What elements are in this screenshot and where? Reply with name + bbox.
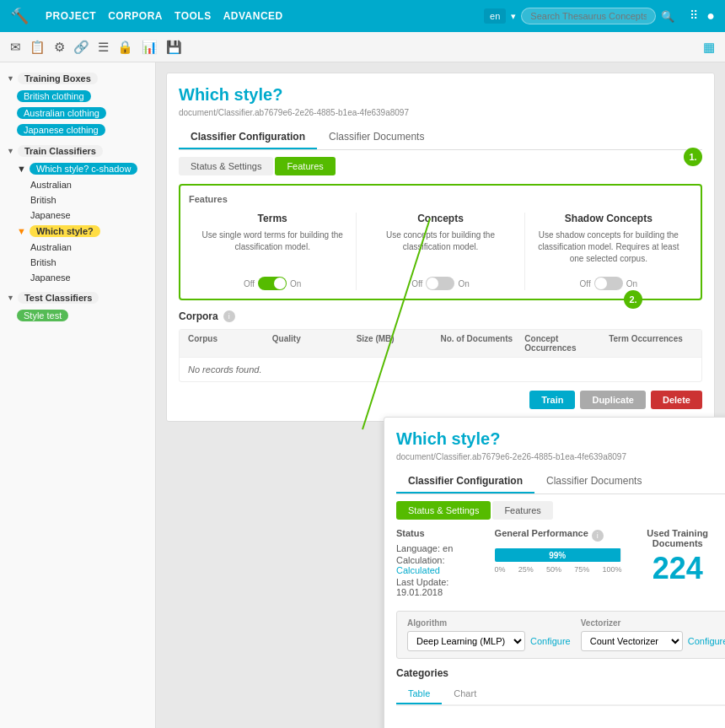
perf-bar-value: 99% <box>549 551 566 560</box>
vectorizer-select-row: Count Vectorizer TF-IDF Vectorizer Confi… <box>581 631 725 651</box>
nav-tools[interactable]: TOOLS <box>175 10 212 22</box>
calculation-link[interactable]: Calculated <box>396 565 440 575</box>
vectorizer-col-title: Vectorizer <box>581 618 725 628</box>
calculation-label: Calculation: <box>396 555 444 565</box>
japanese-clothing-badge: Japanese clothing <box>17 124 105 136</box>
panel2-tab-docs[interactable]: Classifier Documents <box>534 470 653 493</box>
which-style-arrow: ▼ <box>17 226 26 236</box>
nav-advanced[interactable]: ADVANCED <box>223 10 283 22</box>
corpora-info-icon[interactable]: i <box>223 310 235 322</box>
duplicate-button[interactable]: Duplicate <box>580 391 646 409</box>
training-boxes-arrow: ▼ <box>7 74 14 83</box>
toolbar-settings-icon[interactable]: ⚙ <box>54 40 65 55</box>
used-docs-col: Used Training Documents 224 <box>635 528 720 599</box>
panel2-subtab-status[interactable]: Status & Settings <box>396 501 491 520</box>
toolbar-lock-icon[interactable]: 🔒 <box>117 40 133 55</box>
sidebar-group-train-classifiers[interactable]: ▼ Train Classifiers <box>0 142 155 160</box>
scale-75: 75% <box>574 565 589 574</box>
sidebar-group-training-boxes[interactable]: ▼ Training Boxes <box>0 69 155 88</box>
sidebar-item-australian-clothing[interactable]: Australian clothing <box>0 105 155 121</box>
algorithm-select[interactable]: Deep Learning (MLP) SVM Naive Bayes <box>407 631 525 651</box>
gen-perf-info-icon[interactable]: i <box>592 530 604 542</box>
panel2-title: Which style? <box>396 429 725 449</box>
grid-icon[interactable]: ⠿ <box>690 8 698 24</box>
sidebar-item-japanese-cshadow[interactable]: Japanese <box>0 208 155 223</box>
panel2: Which style? document/Classifier.ab7679e… <box>384 417 725 728</box>
add-cat-row: Add Category <box>396 713 725 728</box>
train-button[interactable]: Train <box>529 391 575 409</box>
vectorizer-configure-link[interactable]: Configure <box>688 636 725 646</box>
perf-bar-outer: 99% <box>495 548 622 562</box>
toolbar-right: ▦ <box>703 40 715 55</box>
shadow-toggle-row: Off On <box>532 277 685 290</box>
scale-25: 25% <box>518 565 534 574</box>
toolbar-message-icon[interactable]: ✉ <box>10 40 21 55</box>
sidebar-item-british-clothing[interactable]: British clothing <box>0 88 155 105</box>
panel2-subtab-features[interactable]: Features <box>492 501 552 520</box>
subtab-features[interactable]: Features <box>275 157 335 175</box>
sidebar-item-japanese[interactable]: Japanese <box>0 270 155 285</box>
japanese-cshadow-label: Japanese <box>30 210 71 220</box>
lang-arrow[interactable]: ▾ <box>511 11 516 22</box>
search-icon[interactable]: 🔍 <box>661 10 674 23</box>
status-col-title: Status <box>396 528 481 538</box>
nav-corpora[interactable]: CORPORA <box>108 10 163 22</box>
sidebar-item-australian[interactable]: Australian <box>0 240 155 255</box>
tab-classifier-docs[interactable]: Classifier Documents <box>317 126 436 149</box>
nav-project[interactable]: PROJECT <box>46 10 96 22</box>
cat-tab-table[interactable]: Table <box>396 684 442 704</box>
vectorizer-select[interactable]: Count Vectorizer TF-IDF Vectorizer <box>581 631 683 651</box>
language-line: Language: en <box>396 543 481 553</box>
step2-badge: 2. <box>624 290 642 309</box>
cat-tab-chart[interactable]: Chart <box>442 684 488 704</box>
terms-toggle[interactable] <box>258 277 287 290</box>
australian-clothing-badge: Australian clothing <box>17 107 106 119</box>
shadow-toggle[interactable] <box>594 277 623 290</box>
sidebar-group-test-classifiers[interactable]: ▼ Test Classifiers <box>0 289 155 307</box>
th-corpus: Corpus <box>188 334 272 353</box>
last-update-line: Last Update: 19.01.2018 <box>396 577 481 597</box>
concepts-toggle[interactable] <box>426 277 454 290</box>
sidebar-item-japanese-clothing[interactable]: Japanese clothing <box>0 121 155 138</box>
toolbar-save-icon[interactable]: 💾 <box>166 40 182 55</box>
sidebar: ▼ Training Boxes British clothing Austra… <box>0 62 156 728</box>
features-grid: Terms Use single word terms for building… <box>189 213 692 290</box>
subtab-status-settings[interactable]: Status & Settings <box>179 157 273 175</box>
toolbar-doc-icon[interactable]: 📋 <box>30 40 46 55</box>
toolbar-panel-icon[interactable]: ▦ <box>703 40 715 54</box>
toolbar-link-icon[interactable]: 🔗 <box>73 40 89 55</box>
th-no-docs: No. of Documents <box>440 334 524 353</box>
tab-classifier-config[interactable]: Classifier Configuration <box>179 126 317 149</box>
language-selector[interactable]: en <box>484 8 506 24</box>
algo-configure-link[interactable]: Configure <box>530 636 571 646</box>
toolbar-list-icon[interactable]: ☰ <box>98 40 109 55</box>
content-area: Which style? document/Classifier.ab7679e… <box>156 62 725 728</box>
delete-button[interactable]: Delete <box>651 391 702 409</box>
sidebar-item-british-cshadow[interactable]: British <box>0 192 155 208</box>
user-icon[interactable]: ● <box>706 8 715 24</box>
panel1-tab-bar: Classifier Configuration Classifier Docu… <box>179 126 702 150</box>
toolbar: ✉ 📋 ⚙ 🔗 ☰ 🔒 📊 💾 ▦ <box>0 32 725 62</box>
australian-label: Australian <box>30 242 72 252</box>
sidebar-item-australian-cshadow[interactable]: Australian <box>0 177 155 192</box>
train-classifiers-label: Train Classifiers <box>18 145 103 157</box>
sidebar-item-british[interactable]: British <box>0 255 155 270</box>
sidebar-item-which-style-active[interactable]: ▼ Which style? <box>0 223 155 240</box>
sidebar-item-which-style-cshadow[interactable]: ▼ Which style? c-shadow <box>0 160 155 177</box>
algo-grid: Algorithm Deep Learning (MLP) SVM Naive … <box>407 618 725 651</box>
concepts-off-label: Off <box>411 279 422 289</box>
algo-col-title: Algorithm <box>407 618 571 628</box>
terms-toggle-row: Off On <box>196 277 349 290</box>
thesaurus-search-input[interactable] <box>521 8 656 24</box>
panel2-tab-config[interactable]: Classifier Configuration <box>396 470 534 493</box>
algo-col-vectorizer: Vectorizer Count Vectorizer TF-IDF Vecto… <box>581 618 725 651</box>
toolbar-chart-icon[interactable]: 📊 <box>142 40 158 55</box>
australian-cshadow-label: Australian <box>30 180 72 190</box>
terms-off-label: Off <box>244 279 255 289</box>
th-term-occ: Term Occurrences <box>609 334 693 353</box>
feature-col-terms: Terms Use single word terms for building… <box>189 213 357 290</box>
calculation-line: Calculation: Calculated <box>396 555 481 575</box>
sidebar-item-style-test[interactable]: Style test <box>0 307 155 324</box>
concepts-desc: Use concepts for building the classifica… <box>363 229 517 270</box>
japanese-label: Japanese <box>30 272 71 283</box>
